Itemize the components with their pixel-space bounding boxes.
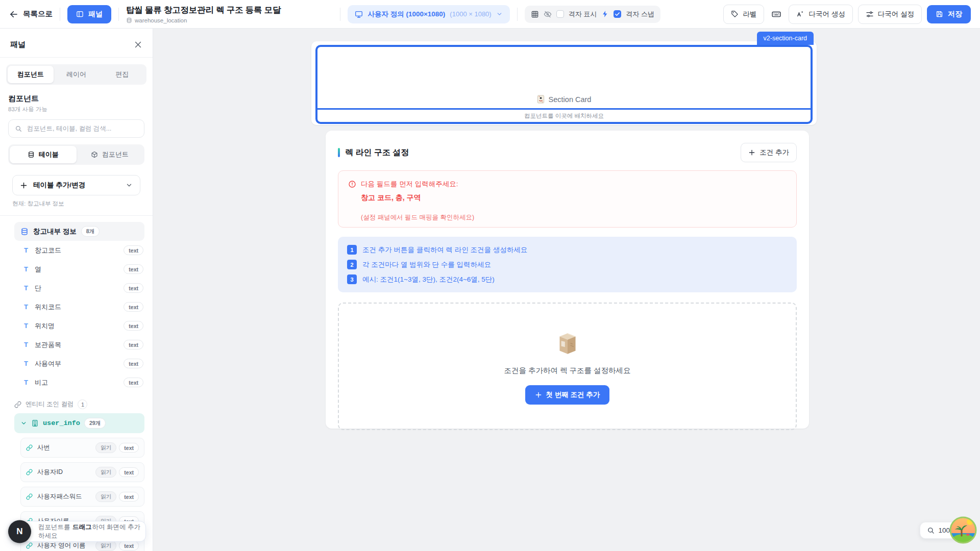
- panel-sidebar: 패널 컴포넌트 레이어 편집 컴포넌트 83개 사용 가능 테이블 컴포넌트 테…: [0, 29, 153, 551]
- text-field-icon: T: [22, 341, 30, 348]
- field-item[interactable]: T위치코드text: [14, 297, 144, 316]
- keyboard-shortcuts-button[interactable]: [769, 7, 783, 21]
- field-type-badge: text: [124, 378, 143, 387]
- field-type-badge: text: [119, 541, 139, 550]
- translate-icon: [796, 10, 804, 18]
- field-item[interactable]: T창고코드text: [14, 241, 144, 260]
- tab-edit[interactable]: 편집: [99, 66, 145, 83]
- grid-show-checkbox[interactable]: [556, 10, 564, 18]
- table-count-badge: 8개: [81, 226, 100, 237]
- warning-required-fields: 창고 코드, 층, 구역: [361, 193, 787, 203]
- add-first-condition-button[interactable]: 첫 번째 조건 추가: [525, 385, 610, 405]
- grid-show-label: 격자 표시: [569, 10, 597, 19]
- field-item[interactable]: T단text: [14, 279, 144, 297]
- divider: [517, 8, 518, 21]
- component-drop-zone[interactable]: 컴포넌트를 이곳에 배치하세요: [317, 108, 811, 122]
- i18n-generate-button[interactable]: 다국어 생성: [789, 5, 852, 24]
- selection-badge: v2-section-card: [757, 32, 814, 45]
- empty-state-message: 조건을 추가하여 렉 구조를 설정하세요: [504, 366, 630, 375]
- text-field-icon: T: [22, 246, 30, 254]
- join-table-user-info[interactable]: user_info 29개: [14, 413, 144, 433]
- close-icon[interactable]: [134, 40, 142, 49]
- building-icon: [31, 419, 39, 427]
- warning-message: 다음 필드를 먼저 입력해주세요:: [348, 180, 787, 189]
- app-logo: N: [8, 520, 31, 543]
- grid-controls: 격자 표시 격자 스냅: [525, 6, 660, 23]
- i18n-settings-button[interactable]: 다국어 설정: [858, 5, 922, 24]
- add-change-table-button[interactable]: 테이블 추가/변경: [12, 175, 140, 195]
- field-type-badge: text: [119, 467, 139, 477]
- database-icon: [126, 17, 132, 23]
- source-toggle: 테이블 컴포넌트: [8, 144, 144, 165]
- selection-outline: Section Card 컴포넌트를 이곳에 배치하세요: [315, 45, 813, 124]
- table-field-list: 창고내부 정보 8개 T창고코드text T열text T단text T위치코드…: [14, 222, 144, 392]
- conditions-empty-state: 조건을 추가하여 렉 구조를 설정하세요 첫 번째 조건 추가: [338, 303, 797, 430]
- eye-off-icon: [544, 10, 552, 18]
- viewport-size-selector[interactable]: 사용자 정의 (1000×1080) (1000 × 1080): [348, 5, 509, 23]
- back-to-list-button[interactable]: 목록으로: [9, 9, 53, 19]
- section-card-body[interactable]: Section Card: [317, 47, 811, 108]
- search-input[interactable]: [26, 124, 138, 133]
- required-fields-warning: 다음 필드를 먼저 입력해주세요: 창고 코드, 층, 구역 (설정 패널에서 …: [338, 170, 797, 228]
- add-condition-button[interactable]: 조건 추가: [741, 143, 797, 162]
- text-field-icon: T: [22, 379, 30, 386]
- step-item: 2 각 조건마다 열 범위와 단 수를 입력하세요: [347, 260, 788, 269]
- field-item[interactable]: T사용여부text: [14, 354, 144, 373]
- table-group-header[interactable]: 창고내부 정보 8개: [14, 222, 144, 241]
- page-title: 탑씰 물류 창고정보관리 렉 구조 등록 모달: [126, 5, 281, 16]
- field-item[interactable]: T보관품목text: [14, 335, 144, 354]
- link-icon: [26, 542, 33, 549]
- section-card-component[interactable]: v2-section-card Section Card 컴포넌트를 이곳에 배…: [311, 41, 817, 125]
- toggle-tables[interactable]: 테이블: [10, 146, 77, 163]
- grid-snap-checkbox[interactable]: [614, 10, 621, 18]
- tab-layers[interactable]: 레이어: [54, 66, 100, 83]
- toggle-components[interactable]: 컴포넌트: [77, 146, 143, 163]
- join-field-item[interactable]: 사용자패스워드 읽기text: [20, 487, 144, 507]
- step-item: 3 예시: 조건1(1~3열, 3단), 조건2(4~6열, 5단): [347, 274, 788, 284]
- components-title: 컴포넌트: [8, 94, 144, 104]
- plus-icon: [748, 149, 755, 156]
- text-field-icon: T: [22, 360, 30, 367]
- save-icon: [936, 10, 943, 18]
- plus-icon: [20, 182, 28, 189]
- field-item[interactable]: T비고text: [14, 373, 144, 392]
- field-type-badge: text: [119, 492, 139, 502]
- label-button[interactable]: 라벨: [723, 5, 764, 24]
- save-button[interactable]: 저장: [927, 5, 971, 23]
- island-helper-icon[interactable]: [949, 516, 977, 544]
- keyboard-icon: [771, 9, 781, 19]
- chevron-down-icon: [126, 182, 133, 189]
- field-type-badge: text: [124, 264, 143, 274]
- field-item[interactable]: T위치명text: [14, 316, 144, 335]
- toast-text: 컴포넌트를 드래그하여 화면에 추가하세요: [38, 523, 145, 540]
- text-field-icon: T: [22, 265, 30, 273]
- topbar: 목록으로 패널 탑씰 물류 창고정보관리 렉 구조 등록 모달 warehous…: [0, 0, 980, 29]
- design-canvas[interactable]: v2-section-card Section Card 컴포넌트를 이곳에 배…: [153, 29, 980, 551]
- tab-components[interactable]: 컴포넌트: [8, 66, 54, 83]
- field-type-badge: text: [124, 245, 143, 255]
- join-table-count-badge: 29개: [84, 418, 106, 429]
- sidebar-title: 패널: [10, 40, 26, 49]
- current-table-label: 현재: 창고내부 정보: [12, 200, 140, 208]
- magnifier-icon: [927, 527, 935, 534]
- rack-line-config-card: 렉 라인 구조 설정 조건 추가 다음 필드를 먼저 입력해주세요: 창고 코드…: [326, 131, 809, 429]
- monitor-icon: [355, 10, 363, 18]
- arrow-left-icon: [9, 10, 18, 19]
- divider: [340, 8, 340, 21]
- sliders-icon: [866, 10, 874, 18]
- lightning-icon: [601, 10, 609, 18]
- panel-toggle-button[interactable]: 패널: [67, 5, 111, 23]
- field-type-badge: text: [124, 359, 143, 368]
- alert-circle-icon: [348, 180, 356, 188]
- title-block: 탑씰 물류 창고정보관리 렉 구조 등록 모달 warehouse_locati…: [126, 5, 281, 23]
- link-icon: [26, 469, 33, 475]
- join-field-item[interactable]: 사번 읽기text: [20, 438, 144, 458]
- access-badge: 읽기: [95, 467, 116, 478]
- field-item[interactable]: T열text: [14, 260, 144, 279]
- link-icon: [14, 401, 21, 408]
- database-icon: [20, 228, 29, 236]
- topbar-actions: 라벨 다국어 생성 다국어 설정 저장: [723, 5, 971, 24]
- text-field-icon: T: [22, 284, 30, 292]
- zoom-value: 100: [938, 527, 950, 534]
- join-field-item[interactable]: 사용자ID 읽기text: [20, 462, 144, 482]
